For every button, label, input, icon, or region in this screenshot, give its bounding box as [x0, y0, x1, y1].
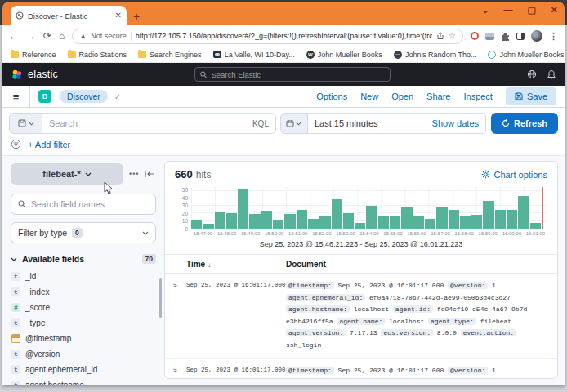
field-search-input[interactable]	[31, 199, 149, 209]
window-minimize-icon[interactable]: —	[503, 5, 512, 16]
browser-tab[interactable]: Discover - Elastic ✕	[11, 6, 127, 25]
histogram-bar[interactable]	[308, 219, 319, 229]
field-list-item[interactable]: tagent.ephemeral_id	[11, 363, 156, 376]
reload-icon[interactable]: ⟳	[43, 31, 51, 41]
open-button[interactable]: Open	[391, 91, 413, 101]
field-list-item[interactable]: #_score	[11, 301, 156, 314]
new-button[interactable]: New	[360, 91, 378, 101]
histogram-bar[interactable]	[390, 216, 400, 229]
extension-red-icon[interactable]	[471, 32, 479, 40]
histogram-bar[interactable]	[530, 223, 541, 229]
histogram-bar[interactable]	[495, 210, 506, 229]
menu-dots-icon[interactable]: ⋮	[549, 31, 558, 42]
elastic-logo[interactable]: elastic	[11, 69, 58, 81]
index-pattern-selector[interactable]: filebeat-*	[11, 163, 123, 185]
global-search[interactable]	[194, 67, 391, 82]
expand-row-icon[interactable]: >	[173, 365, 186, 376]
histogram-bar[interactable]	[366, 206, 377, 229]
chart-options-button[interactable]: Chart options	[481, 170, 547, 180]
histogram-bar[interactable]	[215, 212, 225, 229]
field-search-box[interactable]	[11, 194, 156, 215]
index-pattern-options-icon[interactable]: •••	[129, 170, 139, 178]
histogram-bar[interactable]	[238, 189, 248, 229]
alerts-bell-icon[interactable]	[547, 69, 556, 79]
histogram-bar[interactable]	[249, 214, 260, 229]
home-icon[interactable]: ⌂	[59, 31, 65, 41]
bookmark-item[interactable]: Reference	[11, 51, 56, 59]
options-button[interactable]: Options	[316, 91, 347, 101]
histogram-bar[interactable]	[297, 210, 307, 229]
histogram-bar[interactable]	[261, 211, 272, 229]
bookmark-item[interactable]: Search Engines	[138, 51, 202, 59]
document-column-header[interactable]: Document	[286, 260, 549, 269]
histogram-bar[interactable]	[449, 210, 459, 229]
global-search-input[interactable]	[211, 70, 385, 79]
query-input-wrap[interactable]: KQL	[42, 113, 276, 134]
histogram-bar[interactable]	[507, 210, 517, 229]
histogram-bar[interactable]	[226, 213, 237, 229]
histogram-bar[interactable]	[425, 219, 435, 229]
new-tab-button[interactable]: +	[133, 11, 140, 22]
collapse-sidebar-icon[interactable]	[145, 170, 154, 178]
histogram-bar[interactable]	[413, 216, 424, 229]
save-button[interactable]: Save	[506, 87, 556, 105]
back-icon[interactable]: ←	[9, 31, 19, 41]
histogram-bar[interactable]	[401, 207, 412, 229]
space-badge[interactable]: D	[38, 90, 51, 103]
bookmark-item[interactable]: La Valle, WI 10-Day...	[213, 51, 295, 59]
bookmark-item[interactable]: John Mueller Books	[306, 51, 382, 59]
breadcrumb-discover[interactable]: Discover	[60, 90, 108, 103]
histogram-bar[interactable]	[284, 214, 295, 229]
sort-desc-icon[interactable]: ↓	[208, 261, 212, 269]
histogram-bar[interactable]	[332, 199, 342, 229]
histogram-bar[interactable]	[355, 223, 365, 229]
window-close-icon[interactable]: ✕	[551, 5, 558, 16]
field-list-item[interactable]: tagent.hostname	[11, 379, 156, 385]
histogram-bar[interactable]	[483, 201, 493, 229]
histogram-bar[interactable]	[343, 213, 354, 229]
histogram-bar[interactable]	[436, 207, 447, 229]
bookmark-item[interactable]: John Mueller Books...	[488, 51, 565, 59]
bookmark-item[interactable]: John's Random Tho...	[394, 51, 477, 59]
histogram-bar[interactable]	[319, 216, 330, 229]
add-filter-button[interactable]: + Add filter	[28, 140, 70, 149]
table-row[interactable]: >Sep 25, 2023 @ 16:01:17.000@timestamp: …	[165, 359, 557, 378]
forward-icon[interactable]: →	[26, 31, 36, 41]
available-fields-header[interactable]: Available fields 70	[11, 254, 156, 264]
histogram-bar[interactable]	[273, 220, 284, 229]
nav-menu-button[interactable]: ≡	[2, 86, 30, 107]
filter-by-type-select[interactable]: Filter by type 0	[11, 222, 156, 243]
field-list-item[interactable]: t_type	[11, 317, 156, 329]
histogram-bar[interactable]	[378, 216, 389, 229]
extension-image-icon[interactable]	[485, 33, 494, 40]
window-maximize-icon[interactable]: ▢	[527, 5, 535, 16]
search-query-input[interactable]	[49, 118, 252, 128]
histogram-bar[interactable]	[460, 216, 471, 229]
field-list-item[interactable]: @timestamp	[11, 332, 156, 345]
share-icon[interactable]	[436, 32, 444, 40]
show-dates-button[interactable]: Show dates	[432, 118, 479, 128]
field-list-item[interactable]: t@version	[11, 348, 156, 360]
profile-avatar[interactable]	[531, 30, 542, 42]
window-chevron-icon[interactable]: ⌄	[481, 5, 489, 16]
not-secure-warning-icon[interactable]: ▲	[79, 32, 87, 40]
share-button[interactable]: Share	[426, 91, 450, 101]
expand-row-icon[interactable]: >	[173, 280, 186, 291]
histogram-bar[interactable]	[191, 220, 202, 229]
sidebar-scrollbar[interactable]	[159, 278, 162, 318]
globe-icon[interactable]	[527, 69, 537, 79]
refresh-button[interactable]: Refresh	[491, 113, 558, 134]
histogram-bar[interactable]	[518, 196, 529, 229]
saved-query-menu-button[interactable]	[9, 113, 42, 134]
security-label[interactable]: Not secure	[91, 32, 127, 40]
time-range-value[interactable]: Last 15 minutes	[315, 118, 427, 128]
time-range-control[interactable]: Last 15 minutes Show dates	[308, 113, 486, 134]
date-picker-button[interactable]	[280, 113, 308, 134]
bookmark-star-icon[interactable]: ☆	[449, 32, 456, 40]
side-panel-icon[interactable]	[516, 33, 525, 40]
field-list-item[interactable]: t_index	[11, 286, 156, 298]
inspect-button[interactable]: Inspect	[463, 91, 492, 101]
tab-close-icon[interactable]: ✕	[115, 11, 122, 20]
filter-menu-icon[interactable]	[11, 139, 21, 149]
time-column-header[interactable]: Time↓	[186, 260, 286, 269]
